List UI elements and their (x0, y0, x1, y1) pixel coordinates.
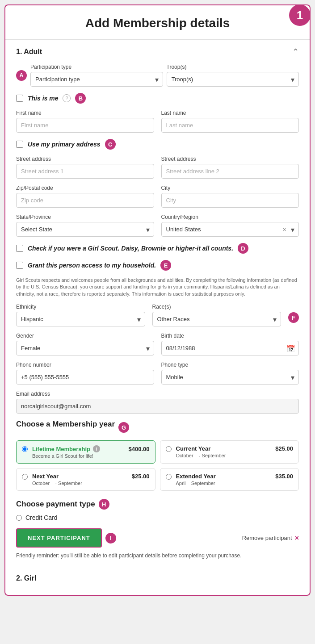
troops-select-wrapper: Troop(s) (167, 72, 299, 87)
badge-b: B (75, 93, 86, 104)
payment-title-text: Choose payment type (16, 500, 95, 509)
primary-address-row: Use my primary address C (16, 139, 299, 150)
participation-type-group: Participation type Participation type (30, 64, 163, 87)
membership-sub-current: October - September (176, 453, 294, 458)
state-group: State/Province Select State (16, 214, 154, 237)
street-address2-input[interactable] (161, 164, 299, 179)
this-is-me-checkbox[interactable] (16, 95, 23, 102)
this-is-me-help-icon[interactable]: ? (63, 94, 71, 102)
gender-select[interactable]: Female (16, 341, 154, 355)
membership-top-lifetime: Lifetime Membership i $400.00 (32, 445, 150, 452)
girl-scout-checkbox[interactable] (16, 245, 23, 252)
remove-participant-label: Remove participant (242, 535, 292, 541)
membership-sub-next: October - September (32, 481, 150, 486)
troops-group: Troop(s) Troop(s) (167, 64, 299, 87)
badge-h: H (99, 499, 109, 510)
race-label: Race(s) (152, 304, 281, 310)
girl-scout-row: Check if you were a Girl Scout. Daisy, B… (16, 243, 299, 254)
section-adult: 1. Adult ⌃ A Participation type Particip… (5, 39, 310, 567)
country-label: Country/Region (161, 214, 299, 220)
membership-year-section: Choose a Membership year G Lifetime Memb… (16, 420, 299, 491)
page-container: 1 Add Membership details 1. Adult ⌃ A Pa… (4, 4, 311, 596)
street-address1-input[interactable] (16, 164, 154, 179)
email-input[interactable] (16, 399, 299, 414)
country-select[interactable]: United States (161, 222, 299, 237)
race-group: Race(s) Other Races (152, 304, 281, 326)
primary-address-checkbox[interactable] (16, 141, 23, 148)
payment-type-section: Choose payment type H Credit Card (16, 499, 299, 521)
first-name-input[interactable] (16, 118, 154, 133)
remove-participant-btn[interactable]: Remove participant × (242, 534, 299, 542)
state-select-wrapper: Select State (16, 222, 154, 237)
street-address1-label: Street address (16, 156, 154, 162)
membership-option-next[interactable]: Next Year $25.00 October - September (16, 468, 155, 491)
last-name-input[interactable] (161, 118, 299, 133)
ethnicity-label: Ethnicity (16, 304, 145, 310)
zip-input[interactable] (16, 193, 154, 208)
this-is-me-row: This is me ? B (16, 93, 299, 104)
membership-options-grid: Lifetime Membership i $400.00 Become a G… (16, 440, 299, 491)
phone-type-select[interactable]: Mobile (161, 370, 299, 385)
race-select-wrapper: Other Races (152, 312, 281, 326)
this-is-me-label: This is me (28, 95, 58, 102)
name-row: First name Last name (16, 110, 299, 133)
membership-radio-extended[interactable] (166, 474, 172, 480)
city-input[interactable] (161, 193, 299, 208)
section-adult-title: 1. Adult (16, 48, 42, 56)
membership-info-extended: Extended Year $35.00 April September (176, 473, 294, 486)
country-clear-btn[interactable]: × (283, 226, 286, 233)
membership-radio-lifetime[interactable] (22, 446, 28, 452)
participation-type-select[interactable]: Participation type (30, 72, 163, 87)
membership-radio-current[interactable] (166, 446, 172, 452)
membership-info-next: Next Year $25.00 October - September (32, 473, 150, 486)
next-participant-button[interactable]: NEXT PARTICIPANT (16, 528, 102, 548)
section-girl: 2. Girl (5, 567, 310, 586)
membership-option-extended[interactable]: Extended Year $35.00 April September (160, 468, 299, 491)
troops-select[interactable]: Troop(s) (167, 72, 299, 87)
email-group: Email address (16, 391, 299, 414)
membership-radio-next[interactable] (22, 474, 28, 480)
troops-label: Troop(s) (167, 64, 299, 70)
street-address2-group: Street address (161, 156, 299, 179)
first-name-label: First name (16, 110, 154, 116)
last-name-group: Last name (161, 110, 299, 133)
first-name-group: First name (16, 110, 154, 133)
step-badge: 1 (289, 4, 311, 26)
badge-f: F (288, 312, 299, 323)
birth-date-input[interactable] (161, 341, 299, 355)
birth-date-group: Birth date 📅 (161, 333, 299, 355)
badge-a: A (16, 70, 27, 81)
membership-name-lifetime: Lifetime Membership i (32, 445, 100, 452)
state-select[interactable]: Select State (16, 222, 154, 237)
membership-price-next: $25.00 (132, 473, 150, 480)
phone-type-select-wrapper: Mobile (161, 370, 299, 385)
badge-d: D (238, 243, 248, 254)
remove-participant-x-icon: × (295, 534, 299, 542)
ethnicity-select[interactable]: Hispanic (16, 312, 145, 326)
grant-access-checkbox[interactable] (16, 262, 23, 269)
membership-top-extended: Extended Year $35.00 (176, 473, 294, 480)
race-select[interactable]: Other Races (152, 312, 281, 326)
page-title: Add Membership details (5, 5, 310, 39)
membership-name-current: Current Year (176, 445, 211, 452)
gender-group: Gender Female (16, 333, 154, 355)
membership-option-lifetime[interactable]: Lifetime Membership i $400.00 Become a G… (16, 440, 155, 464)
chevron-up-icon[interactable]: ⌃ (292, 47, 299, 57)
state-country-row: State/Province Select State Country/Regi… (16, 214, 299, 237)
participation-type-row: A Participation type Participation type … (16, 64, 299, 87)
credit-card-radio[interactable] (16, 515, 22, 521)
street-address2-label: Street address (161, 156, 299, 162)
membership-info-lifetime: Lifetime Membership i $400.00 Become a G… (32, 445, 150, 459)
phone-number-input[interactable] (16, 370, 154, 385)
membership-info-current: Current Year $25.00 October - September (176, 445, 294, 458)
badge-e: E (160, 260, 171, 271)
membership-option-current[interactable]: Current Year $25.00 October - September (160, 440, 299, 464)
zip-group: Zip/Postal code (16, 185, 154, 208)
lifetime-info-badge: i (93, 445, 100, 452)
city-group: City (161, 185, 299, 208)
section-girl-title: 2. Girl (16, 574, 36, 582)
birth-date-wrapper: 📅 (161, 341, 299, 355)
calendar-icon[interactable]: 📅 (286, 344, 295, 352)
membership-year-title: Choose a Membership year (16, 420, 115, 429)
badge-g: G (118, 422, 129, 433)
